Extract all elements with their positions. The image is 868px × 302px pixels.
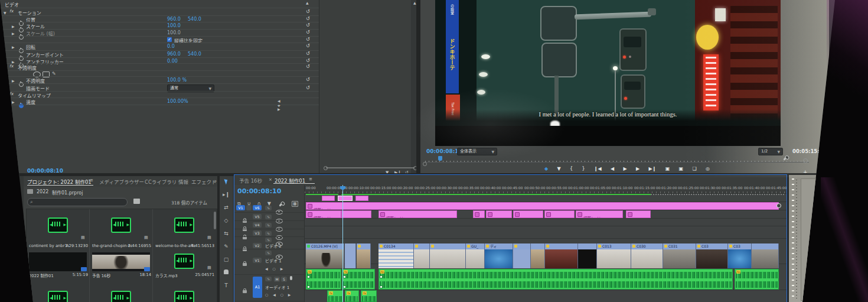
track-target-v6[interactable]: V6	[253, 205, 262, 210]
expand-arrow-icon[interactable]: ▶	[12, 100, 15, 104]
lock-icon[interactable]	[243, 257, 247, 268]
breadcrumb-bin[interactable]: 2022	[37, 189, 48, 194]
mark-in-button[interactable]: {	[570, 166, 573, 171]
video-clip[interactable]: C013	[597, 243, 631, 268]
video-clip[interactable]	[414, 243, 430, 268]
rotation-value[interactable]: 0.0	[167, 44, 175, 49]
tab-media-browser[interactable]: メディアブラウザー	[99, 178, 144, 185]
scale-value[interactable]: 100.0	[167, 23, 181, 28]
mic-icon[interactable]	[290, 276, 292, 280]
scroll-dot[interactable]	[776, 203, 781, 208]
video-clip[interactable]: ディ	[485, 243, 513, 268]
audio-clip[interactable]: fx	[361, 290, 377, 302]
marker-button[interactable]: ▼	[557, 166, 560, 171]
reset-icon[interactable]: ↺	[306, 37, 310, 42]
lock-icon[interactable]	[243, 284, 247, 295]
list-item[interactable]: ◀▶	[27, 281, 89, 302]
slip-tool[interactable]: ⇆	[220, 230, 233, 236]
opacity-value[interactable]: 100.0 %	[167, 77, 187, 83]
reset-icon[interactable]: ↺	[306, 22, 310, 28]
panel-menu-icon[interactable]: ≡	[90, 178, 93, 183]
adjustment-layer-clip[interactable]: 調整レイヤー	[626, 210, 651, 218]
video-clip[interactable]: C030	[631, 243, 663, 268]
scroll-handle-left[interactable]	[324, 166, 328, 170]
keyframe-nav[interactable]: ○ ◀ ○ ▶	[265, 293, 292, 297]
list-item[interactable]: ◀▶ ▤ the-grand-chopin-noc.. 2:44:16955	[90, 209, 152, 252]
adjustment-layer-clip[interactable]	[341, 210, 371, 218]
video-clip[interactable]	[545, 243, 578, 268]
video-clip[interactable]: C031	[663, 243, 696, 268]
track-target-v5[interactable]: V5	[253, 214, 262, 219]
video-clip[interactable]	[578, 243, 597, 268]
sync-lock-icon[interactable]: ∿	[265, 206, 272, 210]
adjustment-layer-clip[interactable]: 調整レイヤー	[378, 210, 457, 218]
panel-menu-icon[interactable]: ≡	[309, 177, 312, 181]
anchor-x-value[interactable]: 960.0	[167, 51, 181, 57]
reset-icon[interactable]: ↺	[306, 85, 310, 90]
track-name-video1[interactable]: ビデオ 1	[265, 258, 282, 264]
adjustment-layer-clip[interactable]: 調整レイヤー	[486, 210, 512, 218]
uniform-scale-checkbox[interactable]: ✓	[167, 37, 172, 42]
adjustment-layer-clip[interactable]: 調整レイヤー	[306, 210, 341, 218]
step-forward-button[interactable]: ▶	[636, 166, 639, 171]
graphics-clip-selected[interactable]	[338, 196, 353, 201]
reset-icon[interactable]: ↺	[306, 16, 310, 21]
type-tool[interactable]: T	[220, 282, 233, 288]
go-to-out-button[interactable]: ▶❙	[648, 166, 656, 171]
razor-tool[interactable]: ◇	[220, 217, 233, 223]
ripple-edit-tool[interactable]: ⇄	[220, 204, 233, 210]
reset-icon[interactable]: ↺	[306, 30, 310, 35]
playhead-line[interactable]	[342, 185, 343, 302]
graphics-clip[interactable]	[322, 196, 335, 201]
ec-splitter[interactable]	[319, 0, 319, 173]
video-clip[interactable]: C0126.MP4 [V]	[306, 243, 344, 268]
adjustment-layer-clip[interactable]	[473, 210, 485, 218]
expand-arrow-icon[interactable]: ▶	[12, 24, 15, 28]
keyframe-nav[interactable]: ◀ ○ ▶	[265, 267, 285, 271]
video-clip[interactable]: C0134	[378, 243, 414, 268]
video-clip[interactable]	[531, 243, 545, 268]
adjustment-layer-clip[interactable]: 調整レイヤー	[306, 202, 779, 210]
track-name-video2[interactable]: ビデオ 2	[265, 243, 282, 249]
sync-lock-icon[interactable]: ∿	[265, 277, 272, 281]
scroll-up-icon[interactable]: ▲	[306, 1, 309, 5]
video-clip[interactable]: C03	[696, 243, 728, 268]
video-clip[interactable]: GU_	[466, 243, 485, 268]
adjustment-layer-clip[interactable]: 調整レイヤー	[576, 210, 623, 218]
add-marker-button[interactable]: ◆	[544, 166, 548, 171]
scroll-up-icon[interactable]: ▲	[413, 1, 416, 5]
sync-lock-icon[interactable]: ∿	[265, 223, 272, 228]
timeline-tab-inactive[interactable]: 予告 16秒	[239, 177, 262, 184]
tab-cc-libraries[interactable]: CCライブラリ	[145, 178, 177, 185]
collapse-arrow-icon[interactable]: ▼	[4, 93, 6, 98]
play-button[interactable]: ▶	[623, 166, 626, 171]
source-patch-v1[interactable]: V1	[236, 205, 245, 210]
pen-tool[interactable]: ✎	[220, 243, 233, 249]
list-item[interactable]: ◀▶	[90, 281, 152, 302]
solo-button[interactable]: S	[281, 277, 287, 282]
video-clip[interactable]	[357, 243, 371, 268]
mark-out-button[interactable]: }	[582, 166, 585, 171]
close-icon[interactable]: ×	[269, 177, 272, 182]
hand-tool[interactable]	[220, 269, 233, 275]
video-clip[interactable]	[430, 243, 466, 268]
graphics-clip[interactable]	[355, 196, 368, 201]
sync-lock-icon[interactable]: ∿	[265, 215, 272, 219]
new-bin-icon[interactable]	[133, 199, 140, 204]
position-y-value[interactable]: 540.0	[188, 17, 201, 22]
stopwatch-icon[interactable]	[19, 48, 24, 53]
reset-icon[interactable]: ↺	[306, 9, 310, 14]
expand-arrow-icon[interactable]: ▶	[12, 79, 15, 83]
video-clip[interactable]	[513, 243, 531, 268]
video-clip[interactable]: C03	[728, 243, 752, 268]
tab-overflow[interactable]: »	[214, 178, 217, 184]
audio-clip[interactable]: fx	[345, 290, 359, 302]
list-item[interactable]: ◀▶	[153, 281, 216, 302]
fx-badge-icon[interactable]: fx	[9, 92, 14, 96]
timeline-ruler[interactable]: 00:00 00:00:05:00 00:00:10:00 00:00:15:0…	[305, 185, 787, 194]
tab-effects[interactable]: エフェクト	[191, 178, 217, 185]
anchor-y-value[interactable]: 540.0	[188, 51, 201, 57]
adjustment-layer-clip[interactable]: 調整レイヤー	[544, 210, 575, 218]
adjustment-layer-clip[interactable]: 調整レイヤー	[513, 210, 543, 218]
track-target-v3[interactable]: V3	[253, 230, 262, 236]
